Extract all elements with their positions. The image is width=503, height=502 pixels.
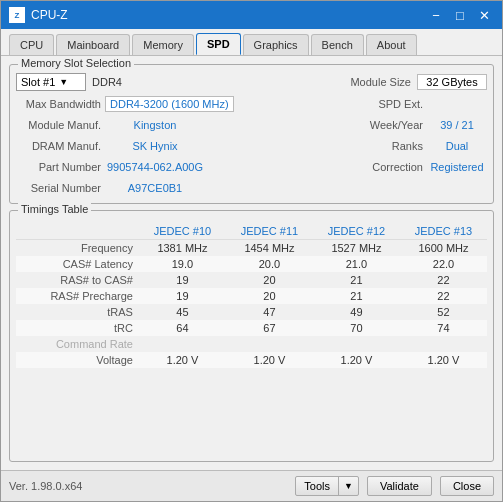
- cell-cas-11: 20.0: [226, 256, 313, 272]
- cell-cr-12: [313, 336, 400, 352]
- row-max-bandwidth: Max Bandwidth DDR4-3200 (1600 MHz) SPD E…: [16, 95, 487, 113]
- module-size-label: Module Size: [326, 76, 411, 88]
- col-header-jedec11: JEDEC #11: [226, 223, 313, 240]
- label-module-manuf: Module Manuf.: [16, 119, 101, 131]
- tabs-bar: CPU Mainboard Memory SPD Graphics Bench …: [1, 29, 502, 56]
- tab-graphics[interactable]: Graphics: [243, 34, 309, 55]
- cell-trc-12: 70: [313, 320, 400, 336]
- row-label-tras: tRAS: [16, 304, 139, 320]
- label-week-year: Week/Year: [353, 119, 423, 131]
- tab-about[interactable]: About: [366, 34, 417, 55]
- row-label-ras-precharge: RAS# Precharge: [16, 288, 139, 304]
- row-label-trc: tRC: [16, 320, 139, 336]
- label-part-number: Part Number: [16, 161, 101, 173]
- cell-cr-10: [139, 336, 226, 352]
- main-window: Z CPU-Z − □ ✕ CPU Mainboard Memory SPD G…: [0, 0, 503, 502]
- footer: Ver. 1.98.0.x64 Tools ▼ Validate Close: [1, 470, 502, 501]
- cell-freq-12: 1527 MHz: [313, 240, 400, 257]
- cell-cr-13: [400, 336, 487, 352]
- table-row: tRC 64 67 70 74: [16, 320, 487, 336]
- cell-trc-10: 64: [139, 320, 226, 336]
- row-label-frequency: Frequency: [16, 240, 139, 257]
- minimize-button[interactable]: −: [426, 7, 446, 23]
- tab-cpu[interactable]: CPU: [9, 34, 54, 55]
- cell-freq-13: 1600 MHz: [400, 240, 487, 257]
- tools-label: Tools: [296, 477, 339, 495]
- table-row: tRAS 45 47 49 52: [16, 304, 487, 320]
- table-row: Voltage 1.20 V 1.20 V 1.20 V 1.20 V: [16, 352, 487, 368]
- close-footer-button[interactable]: Close: [440, 476, 494, 496]
- tab-memory[interactable]: Memory: [132, 34, 194, 55]
- cell-cas-10: 19.0: [139, 256, 226, 272]
- tab-mainboard[interactable]: Mainboard: [56, 34, 130, 55]
- timings-group: Timings Table JEDEC #10 JEDEC #11 JEDEC …: [9, 210, 494, 462]
- cell-volt-10: 1.20 V: [139, 352, 226, 368]
- row-serial-number: Serial Number A97CE0B1: [16, 179, 487, 197]
- col-header-jedec10: JEDEC #10: [139, 223, 226, 240]
- module-size-value: 32 GBytes: [417, 74, 487, 90]
- cell-ras-cas-11: 20: [226, 272, 313, 288]
- label-max-bandwidth: Max Bandwidth: [16, 98, 101, 110]
- timings-table: JEDEC #10 JEDEC #11 JEDEC #12 JEDEC #13 …: [16, 223, 487, 368]
- table-row: RAS# to CAS# 19 20 21 22: [16, 272, 487, 288]
- cell-tras-10: 45: [139, 304, 226, 320]
- value-max-bandwidth: DDR4-3200 (1600 MHz): [105, 96, 234, 112]
- title-bar: Z CPU-Z − □ ✕: [1, 1, 502, 29]
- value-dram-manuf: SK Hynix: [105, 140, 205, 152]
- table-row: CAS# Latency 19.0 20.0 21.0 22.0: [16, 256, 487, 272]
- slot-selector[interactable]: Slot #1 ▼: [16, 73, 86, 91]
- col-header-jedec13: JEDEC #13: [400, 223, 487, 240]
- cell-volt-12: 1.20 V: [313, 352, 400, 368]
- cell-volt-13: 1.20 V: [400, 352, 487, 368]
- table-row: RAS# Precharge 19 20 21 22: [16, 288, 487, 304]
- maximize-button[interactable]: □: [450, 7, 470, 23]
- row-label-ras-cas: RAS# to CAS#: [16, 272, 139, 288]
- cell-trc-13: 74: [400, 320, 487, 336]
- value-correction: Registered: [427, 161, 487, 173]
- col-header-empty: [16, 223, 139, 240]
- validate-button[interactable]: Validate: [367, 476, 432, 496]
- app-icon: Z: [9, 7, 25, 23]
- cell-cr-11: [226, 336, 313, 352]
- row-part-number: Part Number 9905744-062.A00G Correction …: [16, 158, 487, 176]
- slot-type: DDR4: [92, 76, 122, 88]
- cell-cas-13: 22.0: [400, 256, 487, 272]
- row-module-manuf: Module Manuf. Kingston Week/Year 39 / 21: [16, 116, 487, 134]
- cell-volt-11: 1.20 V: [226, 352, 313, 368]
- row-dram-manuf: DRAM Manuf. SK Hynix Ranks Dual: [16, 137, 487, 155]
- cell-ras-cas-10: 19: [139, 272, 226, 288]
- title-bar-text: CPU-Z: [31, 8, 426, 22]
- tab-spd[interactable]: SPD: [196, 33, 241, 55]
- value-serial-number: A97CE0B1: [105, 182, 205, 194]
- cell-cas-12: 21.0: [313, 256, 400, 272]
- row-label-command-rate: Command Rate: [16, 336, 139, 352]
- tools-button[interactable]: Tools ▼: [295, 476, 359, 496]
- value-module-manuf: Kingston: [105, 119, 205, 131]
- tab-bench[interactable]: Bench: [311, 34, 364, 55]
- slot-dropdown-arrow: ▼: [59, 77, 68, 87]
- cell-ras-cas-12: 21: [313, 272, 400, 288]
- cell-trc-11: 67: [226, 320, 313, 336]
- label-correction: Correction: [353, 161, 423, 173]
- timings-title: Timings Table: [18, 203, 91, 215]
- cell-freq-10: 1381 MHz: [139, 240, 226, 257]
- info-rows: Max Bandwidth DDR4-3200 (1600 MHz) SPD E…: [16, 95, 487, 197]
- main-content: Memory Slot Selection Slot #1 ▼ DDR4 Mod…: [1, 56, 502, 470]
- title-controls: − □ ✕: [426, 7, 494, 23]
- cell-tras-11: 47: [226, 304, 313, 320]
- memory-slot-title: Memory Slot Selection: [18, 57, 134, 69]
- value-week-year: 39 / 21: [427, 119, 487, 131]
- cell-ras-pre-11: 20: [226, 288, 313, 304]
- row-label-cas: CAS# Latency: [16, 256, 139, 272]
- close-button[interactable]: ✕: [474, 7, 494, 23]
- label-serial-number: Serial Number: [16, 182, 101, 194]
- cell-ras-pre-10: 19: [139, 288, 226, 304]
- tools-dropdown-arrow[interactable]: ▼: [339, 478, 358, 494]
- row-label-voltage: Voltage: [16, 352, 139, 368]
- cell-ras-pre-13: 22: [400, 288, 487, 304]
- memory-slot-group: Memory Slot Selection Slot #1 ▼ DDR4 Mod…: [9, 64, 494, 204]
- cell-tras-12: 49: [313, 304, 400, 320]
- cell-tras-13: 52: [400, 304, 487, 320]
- version-text: Ver. 1.98.0.x64: [9, 480, 287, 492]
- value-part-number: 9905744-062.A00G: [105, 161, 205, 173]
